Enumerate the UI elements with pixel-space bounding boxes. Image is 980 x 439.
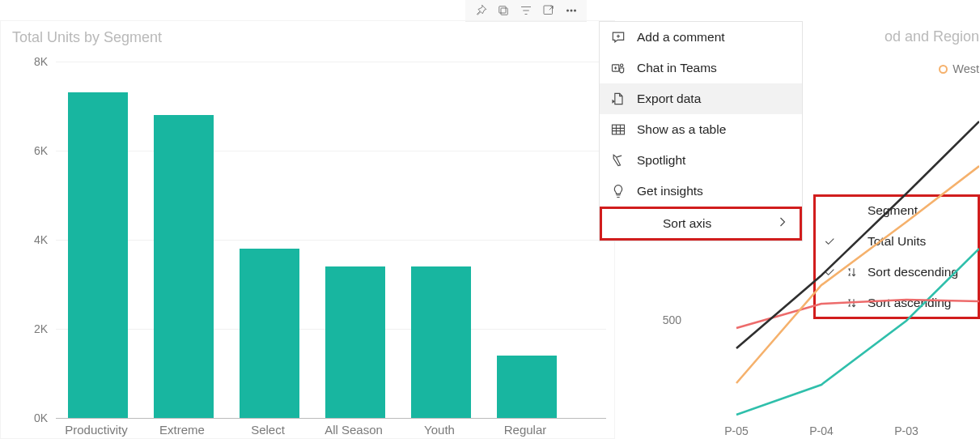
grid-line <box>56 62 606 62</box>
x-label: Select <box>223 423 312 437</box>
filter-icon[interactable] <box>517 2 535 19</box>
line-chart-plot <box>688 109 979 417</box>
more-options-icon[interactable] <box>562 2 580 19</box>
x-label: Regular <box>481 423 570 437</box>
grid-line <box>56 418 606 419</box>
line-x-label: P-04 <box>797 424 846 437</box>
legend-swatch-west <box>939 65 948 74</box>
svg-rect-8 <box>613 125 625 134</box>
svg-point-4 <box>571 10 572 11</box>
line-x-label: P-03 <box>882 424 931 437</box>
comment-icon <box>609 28 627 46</box>
line-chart-legend: West <box>939 62 979 75</box>
svg-rect-2 <box>544 6 553 15</box>
blank-icon <box>609 215 627 232</box>
line-chart-title-fragment: od and Region <box>885 28 979 45</box>
x-label: Productivity <box>52 423 141 437</box>
svg-point-3 <box>567 10 569 11</box>
y-tick: 0K <box>9 411 48 424</box>
grid-line <box>56 151 606 151</box>
bar-regular[interactable] <box>497 356 557 418</box>
visual-toolbar <box>465 0 587 22</box>
bar-productivity[interactable] <box>68 92 128 418</box>
x-label: All Season <box>309 423 398 437</box>
line-x-label: P-05 <box>712 424 761 437</box>
svg-point-5 <box>575 10 576 11</box>
y-tick: 2K <box>9 322 48 335</box>
table-icon <box>609 121 627 139</box>
teams-icon <box>609 59 627 77</box>
lightbulb-icon <box>609 182 627 200</box>
bar-chart-title: Total Units by Segment <box>12 29 162 46</box>
line-chart-visual[interactable]: od and Region West 500 P-05 P-04 P-03 <box>639 20 979 439</box>
legend-label: West <box>952 62 979 75</box>
x-label: Extreme <box>138 423 227 437</box>
y-tick: 4K <box>9 233 48 246</box>
spotlight-icon <box>609 151 627 169</box>
bar-select[interactable] <box>240 249 299 418</box>
pin-icon[interactable] <box>472 2 490 19</box>
focus-mode-icon[interactable] <box>540 2 558 19</box>
bar-chart-y-axis: 0K 2K 4K 6K 8K <box>9 62 49 426</box>
grid-line <box>56 240 606 241</box>
y-tick: 8K <box>9 55 48 68</box>
copy-icon[interactable] <box>494 2 512 19</box>
line-y-tick: 500 <box>639 313 681 326</box>
x-label: Youth <box>395 423 484 437</box>
svg-point-7 <box>621 64 623 66</box>
svg-rect-0 <box>501 8 507 15</box>
bar-extreme[interactable] <box>154 115 214 418</box>
bar-allseason[interactable] <box>325 266 385 418</box>
y-tick: 6K <box>9 144 48 157</box>
export-icon <box>609 90 627 108</box>
svg-rect-1 <box>499 6 506 13</box>
bar-chart-visual[interactable]: Total Units by Segment 0K 2K 4K 6K 8K Pr… <box>0 20 615 439</box>
bar-youth[interactable] <box>411 266 471 418</box>
